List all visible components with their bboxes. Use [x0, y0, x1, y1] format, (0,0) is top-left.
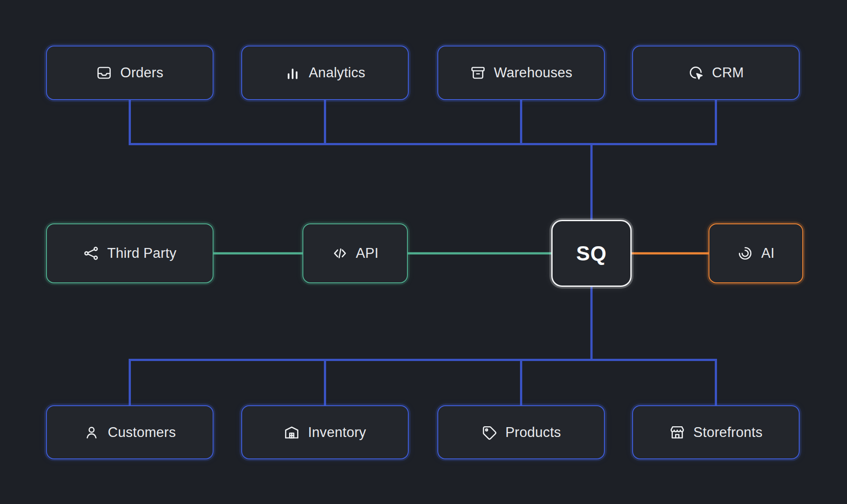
bar-chart-icon [285, 65, 301, 81]
node-analytics: Analytics [241, 46, 409, 100]
node-storefronts: Storefronts [632, 405, 800, 459]
node-label: Customers [108, 424, 176, 441]
sq-logo-text: SQ [576, 241, 607, 265]
node-label: Products [505, 424, 561, 441]
node-label: CRM [712, 65, 744, 81]
integrations-icon [83, 245, 99, 261]
warehouse-icon [284, 424, 300, 441]
node-label: Third Party [107, 245, 176, 261]
swirl-icon [737, 245, 753, 261]
node-orders: Orders [46, 46, 214, 100]
cursor-click-icon [688, 65, 704, 81]
archive-box-icon [470, 65, 486, 81]
node-api: API [302, 223, 408, 283]
person-icon [84, 424, 100, 441]
node-label: Inventory [308, 424, 366, 441]
node-third-party: Third Party [46, 223, 214, 283]
storefront-icon [669, 424, 685, 441]
node-warehouses: Warehouses [437, 46, 605, 100]
node-customers: Customers [46, 405, 214, 459]
node-inventory: Inventory [241, 405, 409, 459]
tag-icon [481, 424, 497, 441]
node-label: Analytics [309, 65, 365, 81]
node-label: Storefronts [693, 424, 763, 441]
code-icon [332, 245, 348, 261]
node-ai: AI [709, 223, 803, 283]
node-label: API [356, 245, 379, 261]
architecture-diagram: Orders Analytics Warehouses [0, 0, 847, 504]
node-label: Warehouses [494, 65, 573, 81]
node-products: Products [437, 405, 605, 459]
node-crm: CRM [632, 46, 800, 100]
node-label: AI [761, 245, 775, 261]
node-sq-center: SQ [551, 220, 632, 287]
inbox-icon [96, 65, 112, 81]
node-label: Orders [120, 65, 164, 81]
